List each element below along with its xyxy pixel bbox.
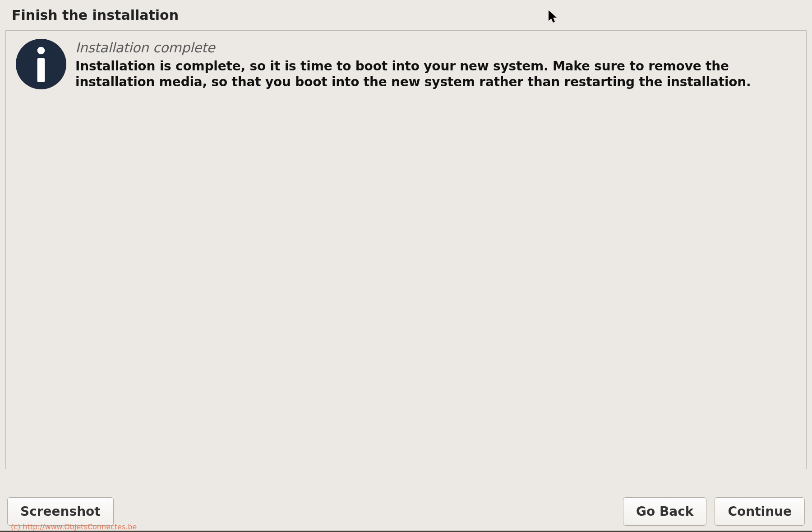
svg-rect-1: [37, 58, 45, 82]
info-body: Installation is complete, so it is time …: [75, 58, 796, 90]
info-icon: [16, 39, 66, 89]
info-row: Installation complete Installation is co…: [16, 39, 796, 90]
info-heading: Installation complete: [75, 40, 796, 56]
button-bar: Screenshot Go Back Continue: [0, 497, 812, 526]
page-title: Finish the installation: [0, 0, 812, 30]
info-text: Installation complete Installation is co…: [75, 39, 796, 90]
continue-button[interactable]: Continue: [715, 497, 805, 526]
watermark-text: (c) http://www.ObjetsConnectes.be: [11, 523, 137, 531]
svg-point-0: [37, 47, 45, 55]
go-back-button[interactable]: Go Back: [623, 497, 706, 526]
content-panel: Installation complete Installation is co…: [5, 30, 807, 469]
screenshot-button[interactable]: Screenshot: [7, 497, 114, 526]
